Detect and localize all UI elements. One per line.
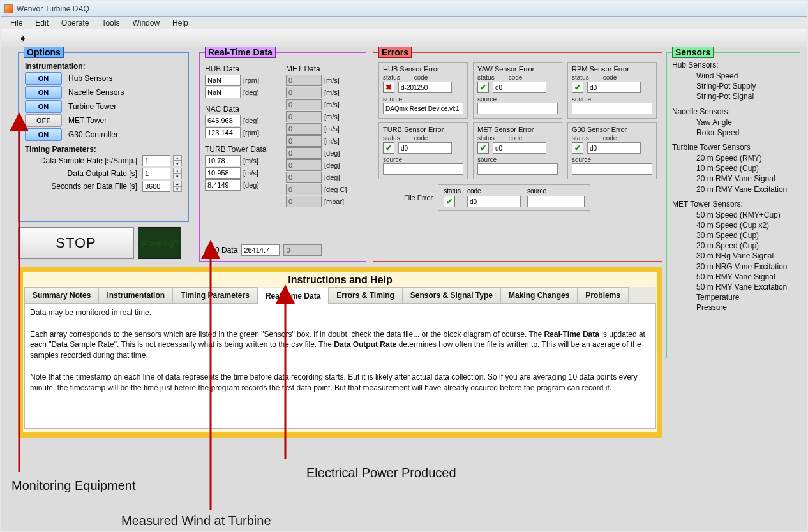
hub-rpm-value: NaN — [205, 75, 241, 86]
met-v1: 0 — [286, 87, 322, 98]
timing-output-rate-input[interactable] — [142, 168, 170, 179]
help-tab[interactable]: Sensors & Signal Type — [402, 287, 501, 303]
help-tab[interactable]: Errors & Timing — [328, 287, 402, 303]
spinner-icon[interactable]: ▴▾ — [173, 168, 182, 179]
menu-help[interactable]: Help — [166, 17, 195, 29]
toolbar: ➧ — [1, 29, 807, 47]
unit-label: [rpm] — [243, 129, 259, 137]
callout-wind: Measured Wind at Turbine — [121, 514, 271, 528]
turb-v1: 10.78 — [205, 155, 241, 166]
turb-v3: 8.4149 — [205, 179, 241, 191]
help-p2: Each array corresponds to the sensors wh… — [30, 329, 650, 361]
error-name: MET Sensor Error — [477, 126, 558, 133]
status-led-icon: ✖ — [383, 82, 394, 93]
met-v9: 0 — [286, 184, 322, 195]
toggle-nacelle-sensors[interactable]: ON — [25, 86, 62, 99]
spinner-icon[interactable]: ▴▾ — [173, 181, 182, 192]
help-tab[interactable]: Instrumentation — [98, 287, 173, 303]
help-tab[interactable]: Problems — [577, 287, 629, 303]
spinner-icon[interactable]: ▴▾ — [173, 155, 182, 166]
sensor-group: Hub Sensors:Wind SpeedString-Pot SupplyS… — [672, 61, 795, 102]
callout-monitoring: Monitoring Equipment — [11, 478, 136, 493]
errors-panel: Errors HUB Sensor Errorstatuscode✖d-2012… — [373, 52, 662, 262]
toggle-met-tower[interactable]: OFF — [25, 114, 62, 127]
help-tab[interactable]: Timing Parameters — [172, 287, 258, 303]
error-block: G30 Sensor Errorstatuscode✔d0source — [567, 122, 657, 179]
callout-power: Electrical Power Produced — [306, 466, 456, 480]
error-code: d0 — [587, 142, 641, 154]
error-name: HUB Sensor Error — [383, 65, 463, 73]
met-v4: 0 — [286, 123, 322, 135]
timing-sample-rate-input[interactable] — [142, 155, 170, 166]
menu-tools[interactable]: Tools — [95, 17, 126, 29]
error-name: RPM Sensor Error — [572, 65, 652, 73]
toggle-turbine-tower[interactable]: ON — [25, 100, 62, 113]
unit-label: [rpm] — [243, 77, 259, 84]
errors-title: Errors — [378, 47, 412, 58]
stop-button[interactable]: STOP — [18, 227, 134, 259]
turb-data-label: TURB Tower Data — [205, 145, 281, 154]
unit-label: [deg] — [324, 161, 340, 169]
window-title: Wenvor Turbine DAQ — [17, 4, 89, 13]
sensor-item: 20 m Speed (RMY) — [696, 153, 795, 163]
unit-label: [deg] — [324, 149, 340, 157]
sensor-item: 50 m RMY Vane Excitation — [696, 282, 795, 292]
unit-label: [m/s] — [324, 125, 340, 133]
help-tab[interactable]: Summary Notes — [24, 287, 99, 303]
status-led-icon: ✔ — [477, 142, 489, 154]
sensor-item: 30 m NRg Vane Signal — [696, 251, 795, 261]
file-error-status-led: ✔ — [444, 196, 455, 207]
unit-label: [mbar] — [324, 198, 344, 205]
sensor-item: 30 m Speed (Cup) — [696, 230, 795, 240]
sensor-item: Temperature — [696, 292, 795, 302]
menu-edit[interactable]: Edit — [29, 17, 55, 29]
timing-seconds-file-input[interactable] — [142, 181, 170, 192]
unit-label: [m/s] — [324, 89, 340, 96]
error-name: G30 Sensor Error — [572, 126, 652, 133]
sensor-group-header: Turbine Tower Sensors — [672, 143, 795, 152]
sensor-item: Wind Speed — [696, 71, 795, 81]
error-code: d0 — [587, 82, 641, 93]
menu-operate[interactable]: Operate — [55, 17, 95, 29]
unit-label: [deg C] — [324, 186, 347, 193]
menu-file[interactable]: File — [4, 17, 29, 29]
status-led-icon: ✔ — [572, 142, 583, 154]
code-label: code — [467, 188, 521, 195]
toggle-hub-sensors[interactable]: ON — [25, 72, 62, 85]
unit-label: [m/s] — [324, 137, 340, 145]
nac-deg-value: 645.968 — [205, 115, 241, 126]
help-p1: Data may be monitored in real time. — [30, 307, 650, 318]
timing-sample-rate-label: Data Sample Rate [s/Samp.] — [25, 156, 140, 165]
help-tab[interactable]: Real-Time Data — [257, 288, 329, 304]
toggle-g30[interactable]: ON — [25, 128, 62, 141]
g30-value-b: 0 — [283, 244, 322, 256]
sensor-item: String-Pot Supply — [696, 81, 795, 91]
error-block: MET Sensor Errorstatuscode✔d0source — [473, 122, 562, 179]
menu-window[interactable]: Window — [126, 17, 166, 29]
unit-label: [m/s] — [243, 157, 258, 165]
help-tab[interactable]: Making Changes — [500, 287, 578, 303]
met-v8: 0 — [286, 172, 322, 183]
timing-seconds-file-label: Seconds per Data File [s] — [25, 182, 140, 191]
run-arrow-icon[interactable]: ➧ — [19, 33, 27, 43]
options-title: Options — [24, 47, 64, 58]
error-block: YAW Sensor Errorstatuscode✔d0source — [473, 62, 562, 119]
unit-label: [m/s] — [324, 113, 340, 121]
g30-label: G30 Data — [205, 246, 237, 255]
met-v7: 0 — [286, 159, 322, 171]
toggle-turbine-label: Turbine Tower — [68, 102, 116, 111]
sensor-item: 20 m RMY Vane Excitation — [696, 184, 795, 195]
status-led-icon: ✔ — [572, 82, 583, 93]
error-name: YAW Sensor Error — [477, 65, 558, 73]
unit-label: [deg] — [243, 89, 258, 96]
sensor-group-header: MET Tower Sensors: — [672, 200, 795, 209]
unit-label: [m/s] — [243, 169, 258, 177]
toggle-nacelle-label: Nacelle Sensors — [68, 88, 124, 97]
error-code: d0 — [493, 82, 546, 93]
met-data-label: MET Data — [286, 64, 363, 73]
turb-v2: 10.958 — [205, 167, 241, 179]
error-source — [477, 163, 558, 175]
met-v2: 0 — [286, 99, 322, 110]
status-led-icon: ✔ — [383, 142, 394, 154]
help-tabs: Summary NotesInstrumentationTiming Param… — [24, 287, 656, 304]
